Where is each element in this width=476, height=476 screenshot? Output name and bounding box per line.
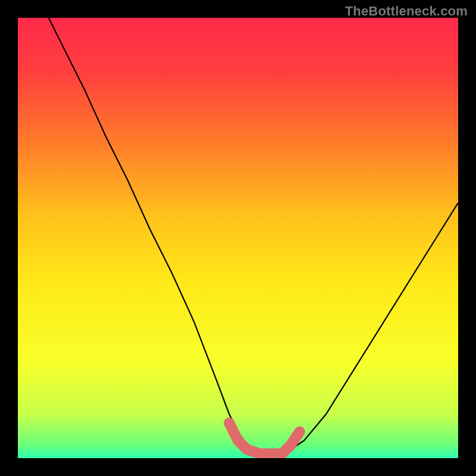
- chart-svg: [18, 18, 458, 458]
- watermark-text: TheBottleneck.com: [345, 4, 468, 19]
- gradient-background: [18, 18, 458, 458]
- chart-frame: TheBottleneck.com: [0, 0, 476, 476]
- plot-area: [18, 18, 458, 458]
